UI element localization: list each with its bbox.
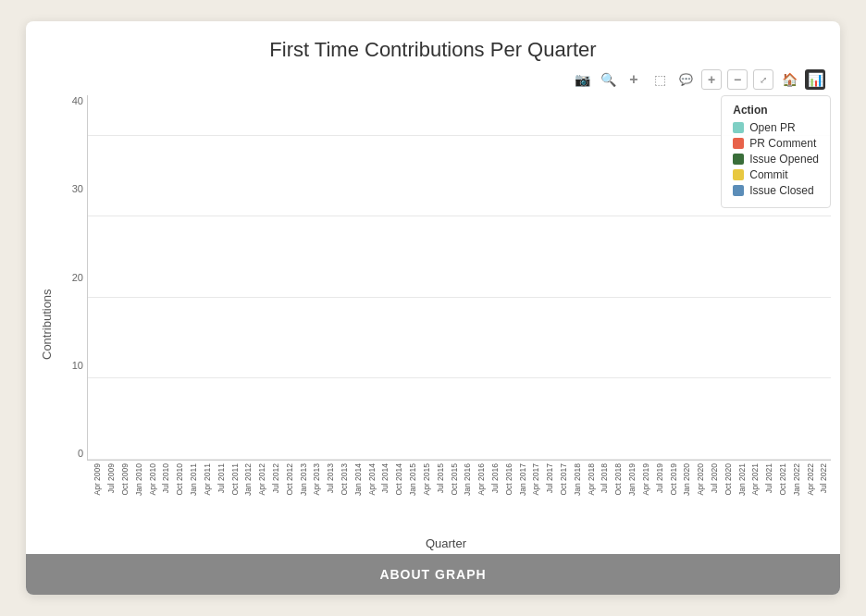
legend-item-label: PR Comment bbox=[749, 137, 816, 150]
legend-title: Action bbox=[733, 104, 819, 117]
x-label: Apr 2014 bbox=[367, 463, 377, 496]
x-label: Oct 2017 bbox=[559, 463, 568, 496]
x-label-wrap: Apr 2009 bbox=[91, 463, 105, 496]
x-label: Jan 2019 bbox=[627, 463, 637, 496]
x-label-wrap: Jul 2009 bbox=[105, 463, 118, 493]
toolbar: 📷 🔍 + ⬚ 💬 + − ⤢ 🏠 📊 bbox=[26, 69, 840, 95]
x-label-wrap: Jan 2015 bbox=[406, 463, 420, 496]
x-label-wrap: Jan 2018 bbox=[570, 463, 584, 496]
x-label-wrap: Oct 2015 bbox=[447, 463, 461, 496]
x-label-wrap: Apr 2014 bbox=[365, 463, 378, 496]
x-label: Jan 2020 bbox=[682, 463, 691, 496]
x-label-wrap: Oct 2010 bbox=[173, 463, 187, 496]
x-label-wrap: Jan 2014 bbox=[351, 463, 365, 496]
pan-icon[interactable]: + bbox=[624, 69, 644, 90]
zoom-out-icon[interactable]: − bbox=[727, 69, 748, 90]
chart-plot: Action Open PRPR CommentIssue OpenedComm… bbox=[87, 95, 831, 461]
legend-color-swatch bbox=[733, 138, 744, 149]
x-label: Jul 2022 bbox=[819, 463, 828, 493]
autoscale-icon[interactable]: ⤢ bbox=[753, 69, 773, 90]
x-label: Oct 2015 bbox=[450, 463, 459, 496]
x-label: Apr 2020 bbox=[696, 463, 705, 496]
x-label-wrap: Jul 2020 bbox=[708, 463, 722, 493]
x-label-wrap: Oct 2021 bbox=[776, 463, 790, 496]
x-label-wrap: Oct 2011 bbox=[228, 463, 241, 496]
x-label: Oct 2012 bbox=[285, 463, 294, 496]
zoom-icon[interactable]: 🔍 bbox=[598, 69, 618, 90]
x-label: Jan 2013 bbox=[299, 463, 308, 496]
camera-icon[interactable]: 📷 bbox=[572, 69, 592, 90]
x-label: Oct 2021 bbox=[778, 463, 787, 496]
x-label: Jul 2017 bbox=[545, 463, 554, 493]
home-icon[interactable]: 🏠 bbox=[779, 69, 799, 90]
x-label: Apr 2021 bbox=[750, 463, 760, 496]
zoom-in-icon[interactable]: + bbox=[701, 69, 722, 90]
x-label-wrap: Oct 2017 bbox=[557, 463, 571, 496]
legend-item: Issue Opened bbox=[733, 153, 819, 166]
x-label: Apr 2013 bbox=[312, 463, 321, 496]
x-label: Jan 2022 bbox=[792, 463, 801, 496]
bar-chart-icon[interactable]: 📊 bbox=[805, 69, 825, 90]
x-label: Jul 2010 bbox=[161, 463, 170, 493]
x-label: Oct 2020 bbox=[724, 463, 733, 496]
x-label-wrap: Oct 2018 bbox=[612, 463, 625, 496]
legend-item-label: Open PR bbox=[749, 121, 795, 134]
x-label: Jan 2021 bbox=[737, 463, 747, 496]
x-label: Jan 2015 bbox=[408, 463, 417, 496]
x-label: Apr 2017 bbox=[531, 463, 540, 496]
x-label: Jul 2016 bbox=[490, 463, 500, 493]
legend-item-label: Commit bbox=[749, 168, 787, 181]
x-label: Apr 2011 bbox=[203, 463, 212, 496]
x-label: Oct 2010 bbox=[175, 463, 184, 496]
x-label-wrap: Jul 2019 bbox=[652, 463, 666, 493]
lasso-icon[interactable]: 💬 bbox=[675, 69, 696, 90]
legend: Action Open PRPR CommentIssue OpenedComm… bbox=[721, 95, 831, 208]
x-label-wrap: Jan 2021 bbox=[735, 463, 748, 496]
select-icon[interactable]: ⬚ bbox=[650, 69, 670, 90]
x-label: Jul 2018 bbox=[600, 463, 609, 493]
x-label: Apr 2010 bbox=[148, 463, 157, 496]
x-label-wrap: Jul 2011 bbox=[214, 463, 228, 493]
x-label: Jul 2019 bbox=[655, 463, 664, 493]
x-label-wrap: Jan 2011 bbox=[187, 463, 201, 496]
chart-area: Contributions 010203040 Action bbox=[26, 95, 840, 554]
x-label-wrap: Jul 2017 bbox=[543, 463, 557, 493]
about-graph-button[interactable]: ABOUT GRAPH bbox=[26, 554, 840, 595]
x-label: Oct 2011 bbox=[230, 463, 240, 496]
x-label-wrap: Apr 2019 bbox=[639, 463, 653, 496]
x-label: Jan 2017 bbox=[518, 463, 527, 496]
y-tick: 0 bbox=[78, 448, 83, 459]
x-label: Jul 2011 bbox=[216, 463, 226, 493]
legend-color-swatch bbox=[733, 185, 744, 196]
x-label-wrap: Jan 2020 bbox=[680, 463, 694, 496]
x-label: Oct 2014 bbox=[394, 463, 403, 496]
y-ticks: 010203040 bbox=[61, 95, 87, 461]
x-label-wrap: Oct 2020 bbox=[721, 463, 735, 496]
x-label-wrap: Jan 2010 bbox=[131, 463, 145, 496]
x-label-wrap: Jul 2010 bbox=[159, 463, 173, 493]
x-axis-title: Quarter bbox=[61, 535, 831, 554]
x-label: Oct 2016 bbox=[504, 463, 513, 496]
x-label-wrap: Apr 2020 bbox=[694, 463, 708, 496]
legend-item: Open PR bbox=[733, 121, 819, 134]
x-label-wrap: Apr 2018 bbox=[584, 463, 598, 496]
x-label: Apr 2019 bbox=[641, 463, 650, 496]
x-label-wrap: Apr 2015 bbox=[420, 463, 434, 496]
x-label: Jan 2012 bbox=[243, 463, 253, 496]
y-tick: 10 bbox=[72, 360, 83, 371]
x-label-wrap: Apr 2011 bbox=[201, 463, 215, 496]
y-axis-label: Contributions bbox=[35, 95, 57, 554]
x-label-wrap: Oct 2012 bbox=[282, 463, 296, 496]
x-label-wrap: Apr 2012 bbox=[255, 463, 269, 496]
x-label-wrap: Apr 2016 bbox=[475, 463, 489, 496]
legend-item: PR Comment bbox=[733, 137, 819, 150]
x-label-wrap: Oct 2019 bbox=[666, 463, 680, 496]
y-tick: 40 bbox=[72, 95, 83, 106]
x-label: Apr 2015 bbox=[422, 463, 431, 496]
x-label-wrap: Jan 2012 bbox=[241, 463, 255, 496]
x-label: Jul 2009 bbox=[106, 463, 116, 493]
x-label: Jul 2020 bbox=[710, 463, 719, 493]
x-label-wrap: Apr 2017 bbox=[529, 463, 543, 496]
x-label: Oct 2013 bbox=[340, 463, 349, 496]
x-label: Jan 2014 bbox=[353, 463, 363, 496]
